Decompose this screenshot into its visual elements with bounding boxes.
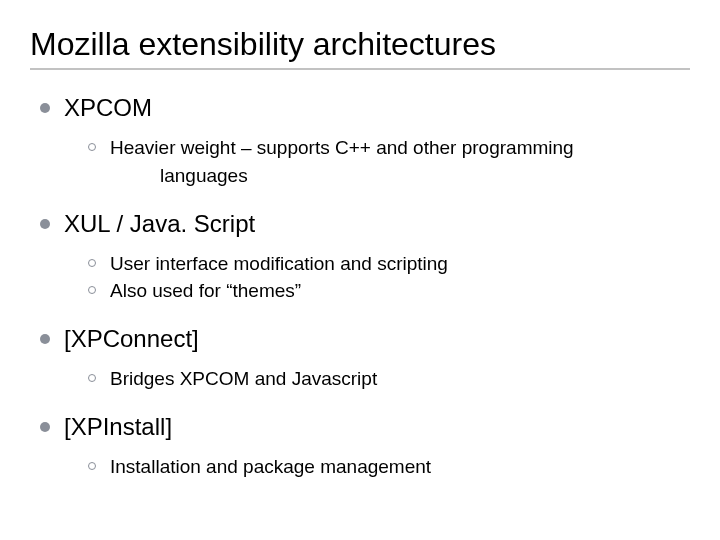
sub-list-item: Bridges XPCOM and Javascript: [88, 367, 690, 391]
bullet-icon: [40, 103, 50, 113]
list-item: XUL / Java. Script User interface modifi…: [40, 210, 690, 304]
sub-list-item-text: Bridges XPCOM and Javascript: [110, 367, 377, 391]
circle-bullet-icon: [88, 374, 96, 382]
circle-bullet-icon: [88, 462, 96, 470]
sub-list-item-continuation: languages: [88, 164, 690, 188]
list-item-label: [XPInstall]: [64, 413, 172, 441]
title-divider: [30, 68, 690, 70]
list-item: [XPConnect] Bridges XPCOM and Javascript: [40, 325, 690, 391]
sub-list-item-text: Heavier weight – supports C++ and other …: [110, 136, 574, 160]
list-item-label: XUL / Java. Script: [64, 210, 255, 238]
list-item-label: [XPConnect]: [64, 325, 199, 353]
list-item: XPCOM Heavier weight – supports C++ and …: [40, 94, 690, 188]
list-item-label: XPCOM: [64, 94, 152, 122]
sub-list-item: Installation and package management: [88, 455, 690, 479]
sub-list-item: Heavier weight – supports C++ and other …: [88, 136, 690, 160]
list-item: [XPInstall] Installation and package man…: [40, 413, 690, 479]
bullet-icon: [40, 334, 50, 344]
sub-list-item: Also used for “themes”: [88, 279, 690, 303]
slide-body: XPCOM Heavier weight – supports C++ and …: [30, 94, 690, 479]
circle-bullet-icon: [88, 286, 96, 294]
circle-bullet-icon: [88, 143, 96, 151]
bullet-icon: [40, 219, 50, 229]
sub-list-item-text: User interface modification and scriptin…: [110, 252, 448, 276]
bullet-icon: [40, 422, 50, 432]
sub-list-item: User interface modification and scriptin…: [88, 252, 690, 276]
sub-list-item-text: Installation and package management: [110, 455, 431, 479]
slide-title: Mozilla extensibility architectures: [30, 26, 690, 63]
sub-list-item-text: Also used for “themes”: [110, 279, 301, 303]
circle-bullet-icon: [88, 259, 96, 267]
